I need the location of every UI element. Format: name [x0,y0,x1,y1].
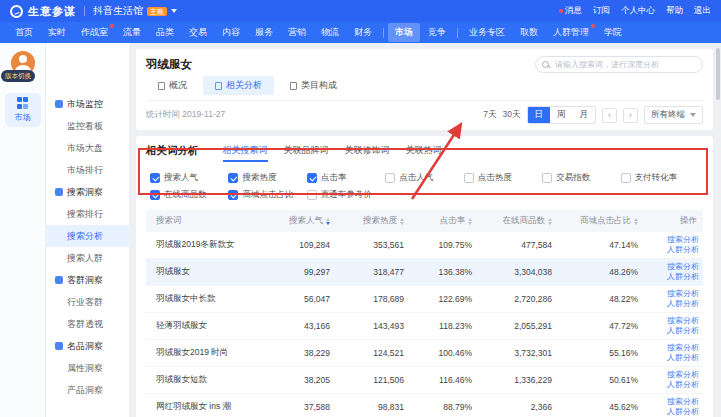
next-date-button[interactable]: › [623,108,638,123]
sort-icon[interactable] [468,218,472,225]
col-keyword[interactable]: 搜索词 [146,215,268,227]
search-analysis-link[interactable]: 搜索分析 [650,262,699,272]
unit-day-button[interactable]: 日 [528,107,551,123]
table-row[interactable]: 羽绒服女 99,297 318,477 136.38% 3,304,038 48… [146,259,703,286]
sidebar-item-search-analysis[interactable]: 搜索分析 [46,225,129,247]
nav-crowd-management[interactable]: 人群管理 [546,23,596,42]
checkbox-icon[interactable] [385,173,395,183]
checkbox-icon[interactable] [150,190,160,200]
tab-category-composition[interactable]: 类目构成 [278,76,349,95]
crowd-analysis-link[interactable]: 人群分析 [650,353,699,363]
col-click-rate[interactable]: 点击率 [416,215,484,227]
subtab-modifier-words[interactable]: 关联修饰词 [345,144,390,160]
unit-week-button[interactable]: 周 [550,107,573,123]
nav-home[interactable]: 首页 [8,23,40,42]
checkbox-icon[interactable] [621,173,631,183]
checkbox-icon[interactable] [307,190,317,200]
filter-trade-index[interactable]: 交易指数 [542,171,620,184]
nav-market[interactable]: 市场 [388,23,420,42]
search-input[interactable] [555,60,696,69]
crowd-analysis-link[interactable]: 人群分析 [650,326,699,336]
table-row[interactable]: 轻薄羽绒服女 43,166 143,493 118.23% 2,055,291 … [146,313,703,340]
sidebar-item-product-insight[interactable]: 产品洞察 [46,379,129,401]
nav-traffic[interactable]: 流量 [116,23,148,42]
sidebar-item-attribute-insight[interactable]: 属性洞察 [46,357,129,379]
filter-mall-click-share[interactable]: 商城点击占比 [228,188,306,201]
crowd-analysis-link[interactable]: 人群分析 [650,245,699,255]
range-7d-button[interactable]: 7天 [483,109,496,121]
checkbox-icon[interactable] [542,173,552,183]
checkbox-icon[interactable] [307,173,317,183]
nav-war-room[interactable]: 作战室 [74,23,115,42]
checkbox-icon[interactable] [228,173,238,183]
table-row[interactable]: 羽绒服女短款 38,205 121,506 116.46% 1,336,229 … [146,367,703,394]
product-name[interactable]: 抖音生活馆 [93,4,143,18]
nav-logistics[interactable]: 物流 [314,23,346,42]
col-search-heat[interactable]: 搜索热度 [342,215,416,227]
crowd-analysis-link[interactable]: 人群分析 [650,407,699,417]
table-row[interactable]: 羽绒服女2019 时尚 38,229 124,521 100.46% 3,732… [146,340,703,367]
sidebar-section-search-insight[interactable]: 搜索洞察 [46,181,129,203]
subtab-related-search-words[interactable]: 相关搜索词 [223,144,268,162]
search-analysis-link[interactable]: 搜索分析 [650,343,699,353]
crowd-analysis-link[interactable]: 人群分析 [650,380,699,390]
sort-icon[interactable] [634,218,638,225]
table-row[interactable]: 羽绒服女中长款 56,047 178,689 122.69% 2,720,286… [146,286,703,313]
nav-content[interactable]: 内容 [215,23,247,42]
filter-search-heat[interactable]: 搜索热度 [228,171,306,184]
checkbox-icon[interactable] [464,173,474,183]
tab-related-analysis[interactable]: 相关分析 [203,76,274,95]
nav-competition[interactable]: 竞争 [421,23,453,42]
checkbox-icon[interactable] [150,173,160,183]
col-search-popularity[interactable]: 搜索人气 [268,215,342,227]
col-online-products[interactable]: 在线商品数 [484,215,564,227]
sidebar-item-market-overview[interactable]: 市场大盘 [46,137,129,159]
logout-link[interactable]: 退出 [694,5,711,17]
unit-month-button[interactable]: 月 [573,107,596,123]
table-row[interactable]: 网红羽绒服女 ins 潮 37,588 98,831 88.79% 2,366 … [146,394,703,417]
sidebar-section-market-monitor[interactable]: 市场监控 [46,93,129,115]
terminal-dropdown[interactable]: 所有终端 [644,106,703,124]
module-tile-market[interactable]: 市场 [5,93,41,127]
sort-icon[interactable] [548,218,552,225]
personal-center-link[interactable]: 个人中心 [621,5,655,17]
range-30d-button[interactable]: 30天 [503,109,521,121]
nav-data-fetch[interactable]: 取数 [513,23,545,42]
subscribe-link[interactable]: 订阅 [593,5,610,17]
crowd-analysis-link[interactable]: 人群分析 [650,272,699,282]
subtab-brand-words[interactable]: 关联品牌词 [284,144,329,160]
search-analysis-link[interactable]: 搜索分析 [650,370,699,380]
checkbox-icon[interactable] [228,190,238,200]
filter-search-popularity[interactable]: 搜索人气 [150,171,228,184]
subtab-hot-words[interactable]: 关联热词 [406,144,442,160]
nav-academy[interactable]: 学院 [597,23,629,42]
table-row[interactable]: 羽绒服2019冬新款女 109,284 353,561 109.75% 477,… [146,232,703,259]
col-mall-click-share[interactable]: 商城点击占比 [564,215,650,227]
messages-link[interactable]: 消息 [559,5,582,17]
sidebar-item-market-ranking[interactable]: 市场排行 [46,159,129,181]
nav-business-zone[interactable]: 业务专区 [462,23,512,42]
crowd-analysis-link[interactable]: 人群分析 [650,299,699,309]
filter-ztc-reference-price[interactable]: 直通车参考价 [307,188,385,201]
nav-marketing[interactable]: 营销 [281,23,313,42]
search-analysis-link[interactable]: 搜索分析 [650,316,699,326]
nav-realtime[interactable]: 实时 [41,23,73,42]
sort-icon[interactable] [400,218,404,225]
sidebar-item-search-ranking[interactable]: 搜索排行 [46,203,129,225]
filter-online-products[interactable]: 在线商品数 [150,188,228,201]
sidebar-item-industry-crowd[interactable]: 行业客群 [46,291,129,313]
chevron-down-icon[interactable] [171,9,177,13]
search-analysis-link[interactable]: 搜索分析 [650,235,699,245]
nav-service[interactable]: 服务 [248,23,280,42]
nav-finance[interactable]: 财务 [347,23,379,42]
search-analysis-link[interactable]: 搜索分析 [650,397,699,407]
version-switch-badge[interactable]: 版本切换 [1,70,35,82]
tab-overview[interactable]: 概况 [146,76,199,95]
sidebar-section-product-insight[interactable]: 名品洞察 [46,335,129,357]
nav-trade[interactable]: 交易 [182,23,214,42]
filter-click-popularity[interactable]: 点击人气 [385,171,463,184]
sort-icon[interactable] [326,218,330,225]
filter-click-rate[interactable]: 点击率 [307,171,385,184]
filter-pay-conversion[interactable]: 支付转化率 [621,171,699,184]
prev-date-button[interactable]: ‹ [602,108,617,123]
